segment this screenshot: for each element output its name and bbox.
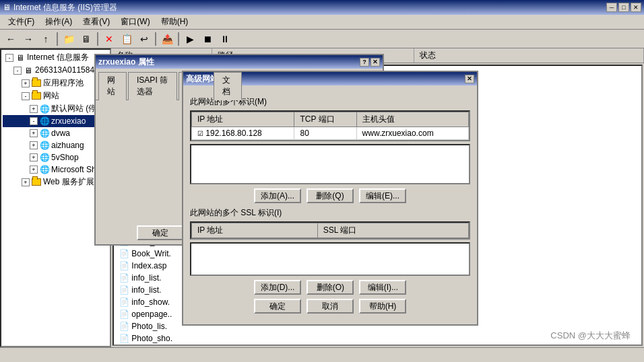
advanced-cancel-button[interactable]: 取消 (307, 299, 354, 314)
advanced-dialog-controls: ✕ (465, 75, 474, 83)
title-text: 🖥 Internet 信息服务 (IIS)管理器 (3, 2, 117, 13)
tree-apppool-label: 应用程序池 (43, 77, 84, 89)
props-dialog-title-bar: zrxuexiao 属性 ? ✕ (96, 55, 383, 69)
row-ip: ☑ 192.168.80.128 (192, 127, 294, 140)
show-hide-button[interactable]: 📁 (61, 32, 77, 46)
col-host: 主机头值 (356, 112, 468, 127)
tree-node-msshare[interactable]: + 🌐 Microsoft Share... (3, 164, 108, 176)
expand-zrxuexiao[interactable]: - (30, 117, 38, 125)
advanced-help-button[interactable]: 帮助(H) (359, 299, 406, 314)
props-button[interactable]: 📋 (119, 32, 135, 46)
toolbar-sep-3 (155, 32, 156, 46)
site-dvwa-icon: 🌐 (39, 128, 50, 139)
add-ssl-button[interactable]: 添加(D)... (254, 280, 302, 295)
expand-webext[interactable]: + (22, 178, 30, 186)
tree-node-default[interactable]: + 🌐 默认网站 (停止) (3, 102, 108, 115)
menu-bar: 文件(F) 操作(A) 查看(V) 窗口(W) 帮助(H) (0, 15, 644, 30)
ssl-label: 此网站的多个 SSL 标识(I) (190, 207, 470, 219)
table-row[interactable]: ☑ 192.168.80.128 80 www.zrxuexiao.com (192, 127, 469, 140)
tree-aizhuang-label: aizhuang (51, 141, 84, 150)
add-id-button[interactable]: 添加(A)... (254, 188, 301, 203)
restore-button[interactable]: □ (618, 3, 629, 12)
col-header-status[interactable]: 状态 (414, 48, 644, 63)
advanced-ok-button[interactable]: 确定 (254, 299, 301, 314)
edit-ssl-button[interactable]: 编辑(I)... (359, 280, 406, 295)
tab-doc[interactable]: 文档 (214, 72, 242, 100)
advanced-close-button[interactable]: ✕ (465, 75, 474, 83)
tree-zrx-label: zrxuexiao (51, 116, 86, 126)
folder-sites-icon (31, 91, 42, 102)
menu-file[interactable]: 文件(F) (3, 15, 40, 29)
tree-node-zrxuexiao[interactable]: - 🌐 zrxuexiao (3, 115, 108, 127)
expand-dvwa[interactable]: + (30, 129, 38, 137)
expand-sites[interactable]: - (22, 92, 30, 100)
delete-id-button[interactable]: 删除(Q) (307, 188, 354, 203)
expand-5vshop[interactable]: + (30, 153, 38, 161)
row-port: 80 (294, 127, 356, 140)
pause-button[interactable]: ⏸ (217, 32, 233, 46)
tree-node-apppool[interactable]: + 应用程序池 (3, 77, 108, 89)
tree-node-webext[interactable]: + Web 服务扩展 (3, 176, 108, 188)
tree-webext-label: Web 服务扩展 (43, 176, 94, 188)
expand-aizhuang[interactable]: + (30, 141, 38, 149)
tab-isapi[interactable]: ISAPI 筛选器 (128, 72, 177, 100)
app-window: 🖥 Internet 信息服务 (IIS)管理器 ─ □ ✕ 文件(F) 操作(… (0, 0, 644, 362)
row-host: www.zrxuexiao.com (356, 127, 468, 140)
toolbar-sep-4 (178, 32, 179, 46)
menu-help[interactable]: 帮助(H) (156, 15, 194, 29)
site-zrx-icon: 🌐 (39, 116, 50, 126)
forward-button[interactable]: → (20, 32, 36, 46)
stop-button[interactable]: ⏹ (199, 32, 216, 46)
start-button[interactable]: ▶ (182, 32, 198, 46)
tree-node-aizhuang[interactable]: + 🌐 aizhuang (3, 139, 108, 151)
expand-msshare[interactable]: + (30, 166, 38, 174)
tree-sites-label: 网站 (43, 90, 59, 102)
checkbox-icon: ☑ (197, 130, 203, 137)
menu-action[interactable]: 操作(A) (40, 15, 77, 29)
watermark: CSDN @大大大蜜蜂 (550, 330, 631, 342)
props-help-button[interactable]: ? (360, 58, 369, 67)
tree-node-sites[interactable]: - 网站 (3, 89, 108, 102)
expand-apppool[interactable]: + (22, 79, 30, 87)
edit-id-button[interactable]: 编辑(E)... (359, 188, 406, 203)
props-dialog-controls: ? ✕ (360, 58, 380, 67)
delete-button[interactable]: ✕ (101, 32, 117, 46)
back-button[interactable]: ← (3, 32, 19, 46)
webext-icon (31, 177, 42, 188)
menu-window[interactable]: 窗口(W) (115, 15, 155, 29)
ssl-header-row: IP 地址 SSL 端口 (192, 223, 469, 238)
tree-root[interactable]: - 🖥 Internet 信息服务 (3, 51, 108, 64)
tree-dvwa-label: dvwa (51, 129, 70, 138)
export-button[interactable]: 📤 (159, 32, 175, 46)
ssl-section: 此网站的多个 SSL 标识(I) IP 地址 SSL 端口 (190, 207, 470, 295)
table-header-row: IP 地址 TCP 端口 主机头值 (192, 112, 469, 127)
folder-apppool-icon (31, 78, 42, 89)
site-msshare-icon: 🌐 (39, 164, 50, 175)
tree-node-5vshop[interactable]: + 🌐 5vShop (3, 151, 108, 164)
server-icon: 🖥 (23, 65, 34, 76)
minimize-button[interactable]: ─ (606, 3, 617, 12)
advanced-dialog[interactable]: 高级网站标识 ✕ 此网站的多个标识(M) IP 地址 TCP 端口 (182, 71, 478, 326)
delete-ssl-button[interactable]: 删除(O) (307, 280, 354, 295)
close-button[interactable]: ✕ (631, 3, 641, 12)
expand-server[interactable]: - (13, 67, 22, 75)
app-icon: 🖥 (3, 3, 11, 12)
props-ok-button[interactable]: 确定 (137, 225, 184, 240)
tab-website[interactable]: 网站 (98, 72, 127, 100)
tree-node-dvwa[interactable]: + 🌐 dvwa (3, 127, 108, 139)
site-default-icon: 🌐 (39, 104, 50, 114)
site-5vshop-icon: 🌐 (39, 152, 50, 163)
menu-view[interactable]: 查看(V) (77, 15, 115, 29)
ssl-table: IP 地址 SSL 端口 (191, 223, 469, 238)
connect-button[interactable]: 🖥 (78, 32, 94, 46)
expand-root[interactable]: - (5, 54, 13, 62)
status-bar (0, 347, 644, 362)
computer-icon: 🖥 (15, 52, 26, 63)
tree-node-server[interactable]: - 🖥 266313A011584DB (本地... (3, 64, 108, 77)
refresh-button[interactable]: ↩ (136, 32, 152, 46)
ssl-table-container: IP 地址 SSL 端口 (190, 221, 470, 240)
expand-default[interactable]: + (30, 105, 38, 113)
props-close-button[interactable]: ✕ (371, 58, 380, 67)
up-button[interactable]: ↑ (38, 32, 54, 46)
list-item[interactable]: 📄 Seamar.as. (114, 345, 641, 346)
